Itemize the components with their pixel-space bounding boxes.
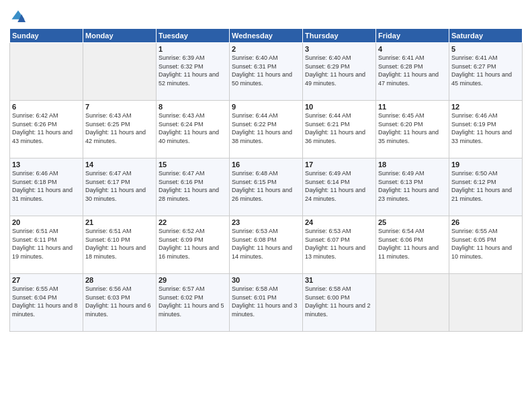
day-number: 29 bbox=[159, 276, 227, 284]
day-detail: Sunrise: 6:55 AM Sunset: 6:05 PM Dayligh… bbox=[451, 227, 520, 261]
calendar-cell: 3 Sunrise: 6:40 AM Sunset: 6:29 PM Dayli… bbox=[303, 43, 376, 101]
day-number: 2 bbox=[232, 45, 300, 53]
day-number: 31 bbox=[305, 276, 373, 284]
day-detail: Sunrise: 6:51 AM Sunset: 6:11 PM Dayligh… bbox=[12, 227, 81, 261]
calendar-cell: 4 Sunrise: 6:41 AM Sunset: 6:28 PM Dayli… bbox=[376, 43, 449, 101]
calendar-cell: 30 Sunrise: 6:58 AM Sunset: 6:01 PM Dayl… bbox=[230, 274, 303, 332]
day-detail: Sunrise: 6:47 AM Sunset: 6:16 PM Dayligh… bbox=[159, 169, 227, 203]
day-number: 14 bbox=[85, 161, 154, 169]
day-number: 1 bbox=[159, 45, 227, 53]
day-number: 3 bbox=[305, 45, 373, 53]
calendar-cell: 27 Sunrise: 6:55 AM Sunset: 6:04 PM Dayl… bbox=[10, 274, 83, 332]
day-number: 19 bbox=[451, 161, 520, 169]
day-number: 23 bbox=[232, 218, 300, 226]
calendar-week-5: 27 Sunrise: 6:55 AM Sunset: 6:04 PM Dayl… bbox=[10, 274, 523, 332]
calendar-week-1: 1 Sunrise: 6:39 AM Sunset: 6:32 PM Dayli… bbox=[10, 43, 523, 101]
calendar-cell: 19 Sunrise: 6:50 AM Sunset: 6:12 PM Dayl… bbox=[449, 158, 523, 216]
page: SundayMondayTuesdayWednesdayThursdayFrid… bbox=[0, 0, 532, 411]
col-header-wednesday: Wednesday bbox=[230, 29, 303, 43]
day-detail: Sunrise: 6:45 AM Sunset: 6:20 PM Dayligh… bbox=[378, 111, 447, 145]
day-detail: Sunrise: 6:41 AM Sunset: 6:27 PM Dayligh… bbox=[451, 54, 520, 87]
day-number: 9 bbox=[232, 103, 300, 111]
day-detail: Sunrise: 6:51 AM Sunset: 6:10 PM Dayligh… bbox=[85, 227, 154, 261]
col-header-thursday: Thursday bbox=[303, 29, 376, 43]
col-header-tuesday: Tuesday bbox=[157, 29, 230, 43]
day-number: 22 bbox=[159, 218, 227, 226]
calendar-cell: 28 Sunrise: 6:56 AM Sunset: 6:03 PM Dayl… bbox=[83, 274, 157, 332]
day-detail: Sunrise: 6:54 AM Sunset: 6:06 PM Dayligh… bbox=[378, 227, 447, 261]
day-detail: Sunrise: 6:46 AM Sunset: 6:19 PM Dayligh… bbox=[451, 111, 520, 145]
day-detail: Sunrise: 6:49 AM Sunset: 6:14 PM Dayligh… bbox=[305, 169, 373, 203]
calendar-cell bbox=[83, 43, 157, 101]
day-number: 26 bbox=[451, 218, 520, 226]
calendar-header-row: SundayMondayTuesdayWednesdayThursdayFrid… bbox=[10, 29, 523, 43]
day-number: 7 bbox=[85, 103, 154, 111]
col-header-monday: Monday bbox=[83, 29, 157, 43]
calendar-cell: 23 Sunrise: 6:53 AM Sunset: 6:08 PM Dayl… bbox=[230, 216, 303, 274]
calendar-cell: 13 Sunrise: 6:46 AM Sunset: 6:18 PM Dayl… bbox=[10, 158, 83, 216]
calendar-table: SundayMondayTuesdayWednesdayThursdayFrid… bbox=[9, 28, 523, 332]
day-number: 18 bbox=[378, 161, 447, 169]
day-number: 24 bbox=[305, 218, 373, 226]
calendar-cell: 26 Sunrise: 6:55 AM Sunset: 6:05 PM Dayl… bbox=[449, 216, 523, 274]
calendar-cell: 7 Sunrise: 6:43 AM Sunset: 6:25 PM Dayli… bbox=[83, 101, 157, 158]
calendar-cell: 29 Sunrise: 6:57 AM Sunset: 6:02 PM Dayl… bbox=[157, 274, 230, 332]
calendar-cell bbox=[449, 274, 523, 332]
calendar-cell: 25 Sunrise: 6:54 AM Sunset: 6:06 PM Dayl… bbox=[376, 216, 449, 274]
day-number: 16 bbox=[232, 161, 300, 169]
day-number: 5 bbox=[451, 45, 520, 53]
day-number: 27 bbox=[12, 276, 81, 284]
logo-icon bbox=[11, 9, 26, 24]
day-detail: Sunrise: 6:40 AM Sunset: 6:29 PM Dayligh… bbox=[305, 54, 373, 87]
calendar-cell: 18 Sunrise: 6:49 AM Sunset: 6:13 PM Dayl… bbox=[376, 158, 449, 216]
day-detail: Sunrise: 6:50 AM Sunset: 6:12 PM Dayligh… bbox=[451, 169, 520, 203]
col-header-sunday: Sunday bbox=[10, 29, 83, 43]
day-number: 12 bbox=[451, 103, 520, 111]
day-detail: Sunrise: 6:40 AM Sunset: 6:31 PM Dayligh… bbox=[232, 54, 300, 87]
day-detail: Sunrise: 6:53 AM Sunset: 6:07 PM Dayligh… bbox=[305, 227, 373, 261]
day-detail: Sunrise: 6:43 AM Sunset: 6:25 PM Dayligh… bbox=[85, 111, 154, 145]
calendar-cell: 20 Sunrise: 6:51 AM Sunset: 6:11 PM Dayl… bbox=[10, 216, 83, 274]
day-number: 13 bbox=[12, 161, 81, 169]
day-detail: Sunrise: 6:44 AM Sunset: 6:22 PM Dayligh… bbox=[232, 111, 300, 145]
calendar-cell: 15 Sunrise: 6:47 AM Sunset: 6:16 PM Dayl… bbox=[157, 158, 230, 216]
day-number: 10 bbox=[305, 103, 373, 111]
logo bbox=[9, 9, 26, 24]
day-detail: Sunrise: 6:58 AM Sunset: 6:00 PM Dayligh… bbox=[305, 285, 373, 318]
col-header-saturday: Saturday bbox=[449, 29, 523, 43]
day-detail: Sunrise: 6:39 AM Sunset: 6:32 PM Dayligh… bbox=[159, 54, 227, 87]
calendar-cell bbox=[10, 43, 83, 101]
calendar-cell: 10 Sunrise: 6:44 AM Sunset: 6:21 PM Dayl… bbox=[303, 101, 376, 158]
calendar-cell: 22 Sunrise: 6:52 AM Sunset: 6:09 PM Dayl… bbox=[157, 216, 230, 274]
calendar-cell: 16 Sunrise: 6:48 AM Sunset: 6:15 PM Dayl… bbox=[230, 158, 303, 216]
calendar-week-2: 6 Sunrise: 6:42 AM Sunset: 6:26 PM Dayli… bbox=[10, 101, 523, 158]
calendar-cell: 31 Sunrise: 6:58 AM Sunset: 6:00 PM Dayl… bbox=[303, 274, 376, 332]
day-detail: Sunrise: 6:49 AM Sunset: 6:13 PM Dayligh… bbox=[378, 169, 447, 203]
day-number: 15 bbox=[159, 161, 227, 169]
calendar-cell: 6 Sunrise: 6:42 AM Sunset: 6:26 PM Dayli… bbox=[10, 101, 83, 158]
day-detail: Sunrise: 6:48 AM Sunset: 6:15 PM Dayligh… bbox=[232, 169, 300, 203]
day-detail: Sunrise: 6:52 AM Sunset: 6:09 PM Dayligh… bbox=[159, 227, 227, 261]
day-number: 11 bbox=[378, 103, 447, 111]
calendar-cell: 9 Sunrise: 6:44 AM Sunset: 6:22 PM Dayli… bbox=[230, 101, 303, 158]
day-number: 25 bbox=[378, 218, 447, 226]
day-detail: Sunrise: 6:43 AM Sunset: 6:24 PM Dayligh… bbox=[159, 111, 227, 145]
day-detail: Sunrise: 6:44 AM Sunset: 6:21 PM Dayligh… bbox=[305, 111, 373, 145]
calendar-cell: 12 Sunrise: 6:46 AM Sunset: 6:19 PM Dayl… bbox=[449, 101, 523, 158]
header bbox=[9, 7, 523, 24]
day-detail: Sunrise: 6:42 AM Sunset: 6:26 PM Dayligh… bbox=[12, 111, 81, 145]
day-detail: Sunrise: 6:55 AM Sunset: 6:04 PM Dayligh… bbox=[12, 285, 81, 318]
day-detail: Sunrise: 6:46 AM Sunset: 6:18 PM Dayligh… bbox=[12, 169, 81, 203]
logo-text bbox=[9, 9, 26, 24]
day-number: 21 bbox=[85, 218, 154, 226]
day-number: 4 bbox=[378, 45, 447, 53]
day-detail: Sunrise: 6:41 AM Sunset: 6:28 PM Dayligh… bbox=[378, 54, 447, 87]
calendar-cell: 14 Sunrise: 6:47 AM Sunset: 6:17 PM Dayl… bbox=[83, 158, 157, 216]
calendar-cell: 24 Sunrise: 6:53 AM Sunset: 6:07 PM Dayl… bbox=[303, 216, 376, 274]
day-number: 20 bbox=[12, 218, 81, 226]
day-number: 28 bbox=[85, 276, 154, 284]
calendar-cell: 2 Sunrise: 6:40 AM Sunset: 6:31 PM Dayli… bbox=[230, 43, 303, 101]
calendar-cell: 1 Sunrise: 6:39 AM Sunset: 6:32 PM Dayli… bbox=[157, 43, 230, 101]
calendar-week-4: 20 Sunrise: 6:51 AM Sunset: 6:11 PM Dayl… bbox=[10, 216, 523, 274]
day-detail: Sunrise: 6:47 AM Sunset: 6:17 PM Dayligh… bbox=[85, 169, 154, 203]
